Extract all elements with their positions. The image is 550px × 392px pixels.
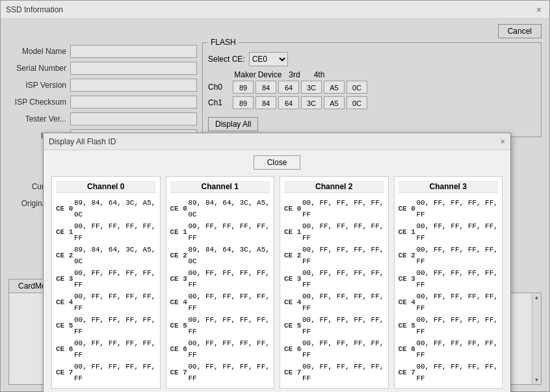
ce-label-2-1: CE 1 xyxy=(284,226,302,238)
ce-label-1-2: CE 2 xyxy=(170,250,189,261)
ce-row-1-7: CE 700, FF, FF, FF, FF, FF xyxy=(170,361,270,384)
ce-value-2-2: 00, FF, FF, FF, FF, FF xyxy=(302,244,384,267)
ce-row-0-2: CE 289, 84, 64, 3C, A5, 0C xyxy=(56,244,156,267)
ce-value-1-4: 00, FF, FF, FF, FF, FF xyxy=(189,291,270,314)
ce-label-1-6: CE 6 xyxy=(170,343,189,355)
ce-row-0-3: CE 300, FF, FF, FF, FF, FF xyxy=(56,267,156,291)
ce-label-2-7: CE 7 xyxy=(284,367,302,378)
ce-label-3-1: CE 1 xyxy=(399,226,417,238)
channel-col-2: Channel 2CE 000, FF, FF, FF, FF, FFCE 10… xyxy=(280,176,389,389)
ce-label-0-5: CE 5 xyxy=(56,320,74,332)
channel-col-1: Channel 1CE 089, 84, 64, 3C, A5, 0CCE 10… xyxy=(166,176,275,389)
ce-value-0-5: 00, FF, FF, FF, FF, FF xyxy=(74,314,156,337)
dialog-close-btn[interactable]: Close xyxy=(254,155,301,170)
ce-row-0-5: CE 500, FF, FF, FF, FF, FF xyxy=(56,314,156,337)
ce-value-3-1: 00, FF, FF, FF, FF, FF xyxy=(417,220,499,244)
ce-value-2-4: 00, FF, FF, FF, FF, FF xyxy=(302,291,384,314)
ce-value-0-1: 00, FF, FF, FF, FF, FF xyxy=(74,220,156,244)
ce-row-2-3: CE 300, FF, FF, FF, FF, FF xyxy=(284,267,384,291)
dialog-content: Close Channel 0CE 089, 84, 64, 3C, A5, 0… xyxy=(44,150,510,392)
ce-label-0-7: CE 7 xyxy=(56,367,74,378)
ce-value-1-6: 00, FF, FF, FF, FF, FF xyxy=(189,337,270,361)
ce-value-0-2: 89, 84, 64, 3C, A5, 0C xyxy=(74,244,156,267)
ce-value-2-5: 00, FF, FF, FF, FF, FF xyxy=(302,314,384,337)
ce-value-3-2: 00, FF, FF, FF, FF, FF xyxy=(417,244,499,267)
ce-value-0-3: 00, FF, FF, FF, FF, FF xyxy=(74,267,156,291)
ce-row-0-1: CE 100, FF, FF, FF, FF, FF xyxy=(56,220,156,244)
ce-row-3-5: CE 500, FF, FF, FF, FF, FF xyxy=(399,314,499,337)
ce-row-3-0: CE 000, FF, FF, FF, FF, FF xyxy=(399,197,499,220)
ce-row-3-3: CE 300, FF, FF, FF, FF, FF xyxy=(399,267,499,291)
ce-value-2-1: 00, FF, FF, FF, FF, FF xyxy=(302,220,384,244)
ce-value-0-0: 89, 84, 64, 3C, A5, 0C xyxy=(74,197,156,220)
ce-value-3-0: 00, FF, FF, FF, FF, FF xyxy=(417,197,499,220)
ce-row-0-7: CE 700, FF, FF, FF, FF, FF xyxy=(56,361,156,384)
ce-label-2-5: CE 5 xyxy=(284,320,302,332)
ce-value-2-7: 00, FF, FF, FF, FF, FF xyxy=(302,361,384,384)
ce-label-0-2: CE 2 xyxy=(56,250,74,261)
ce-label-3-4: CE 4 xyxy=(399,296,417,308)
ce-label-2-4: CE 4 xyxy=(284,296,302,308)
ce-label-0-6: CE 6 xyxy=(56,343,74,355)
ce-row-3-2: CE 200, FF, FF, FF, FF, FF xyxy=(399,244,499,267)
ce-value-3-5: 00, FF, FF, FF, FF, FF xyxy=(417,314,499,337)
ce-value-3-6: 00, FF, FF, FF, FF, FF xyxy=(417,337,499,361)
ce-row-1-2: CE 289, 84, 64, 3C, A5, 0C xyxy=(170,244,270,267)
ce-label-3-7: CE 7 xyxy=(399,367,417,378)
ce-value-1-1: 00, FF, FF, FF, FF, FF xyxy=(189,220,270,244)
ce-value-3-7: 00, FF, FF, FF, FF, FF xyxy=(417,361,499,384)
ce-label-1-4: CE 4 xyxy=(170,296,189,308)
ce-label-3-5: CE 5 xyxy=(399,320,417,332)
ce-label-3-2: CE 2 xyxy=(399,250,417,261)
ce-value-2-3: 00, FF, FF, FF, FF, FF xyxy=(302,267,384,291)
ce-row-3-4: CE 400, FF, FF, FF, FF, FF xyxy=(399,291,499,314)
dialog-title: Display All Flash ID xyxy=(49,137,116,146)
ce-row-1-6: CE 600, FF, FF, FF, FF, FF xyxy=(170,337,270,361)
ce-row-2-4: CE 400, FF, FF, FF, FF, FF xyxy=(284,291,384,314)
channel-header-3: Channel 3 xyxy=(399,181,499,193)
ce-row-3-7: CE 700, FF, FF, FF, FF, FF xyxy=(399,361,499,384)
ce-row-2-0: CE 000, FF, FF, FF, FF, FF xyxy=(284,197,384,220)
ce-label-2-3: CE 3 xyxy=(284,273,302,285)
ce-value-3-3: 00, FF, FF, FF, FF, FF xyxy=(417,267,499,291)
ce-value-1-3: 00, FF, FF, FF, FF, FF xyxy=(189,267,270,291)
dialog-close-button[interactable]: × xyxy=(500,137,505,146)
ce-value-1-0: 89, 84, 64, 3C, A5, 0C xyxy=(189,197,270,220)
window-title: SSD Information xyxy=(6,5,63,14)
channel-grid: Channel 0CE 089, 84, 64, 3C, A5, 0CCE 10… xyxy=(51,176,503,389)
ce-row-2-2: CE 200, FF, FF, FF, FF, FF xyxy=(284,244,384,267)
ce-row-3-1: CE 100, FF, FF, FF, FF, FF xyxy=(399,220,499,244)
ce-label-0-4: CE 4 xyxy=(56,296,74,308)
ce-label-1-7: CE 7 xyxy=(170,367,189,378)
channel-header-0: Channel 0 xyxy=(56,181,156,193)
channel-header-1: Channel 1 xyxy=(170,181,270,193)
title-bar: SSD Information × xyxy=(1,1,549,19)
ce-label-1-1: CE 1 xyxy=(170,226,189,238)
ce-row-1-5: CE 500, FF, FF, FF, FF, FF xyxy=(170,314,270,337)
ce-row-2-5: CE 500, FF, FF, FF, FF, FF xyxy=(284,314,384,337)
ce-row-2-1: CE 100, FF, FF, FF, FF, FF xyxy=(284,220,384,244)
ce-label-0-1: CE 1 xyxy=(56,226,74,238)
ce-label-2-2: CE 2 xyxy=(284,250,302,261)
channel-col-0: Channel 0CE 089, 84, 64, 3C, A5, 0CCE 10… xyxy=(51,176,161,389)
ce-label-2-6: CE 6 xyxy=(284,343,302,355)
ce-value-1-7: 00, FF, FF, FF, FF, FF xyxy=(189,361,270,384)
ce-label-1-5: CE 5 xyxy=(170,320,189,332)
ce-row-1-1: CE 100, FF, FF, FF, FF, FF xyxy=(170,220,270,244)
ce-value-1-5: 00, FF, FF, FF, FF, FF xyxy=(189,314,270,337)
channel-col-3: Channel 3CE 000, FF, FF, FF, FF, FFCE 10… xyxy=(394,176,503,389)
channel-header-2: Channel 2 xyxy=(284,181,384,193)
ce-value-2-6: 00, FF, FF, FF, FF, FF xyxy=(302,337,384,361)
ce-value-1-2: 89, 84, 64, 3C, A5, 0C xyxy=(189,244,270,267)
ce-row-2-7: CE 700, FF, FF, FF, FF, FF xyxy=(284,361,384,384)
ce-row-0-4: CE 400, FF, FF, FF, FF, FF xyxy=(56,291,156,314)
ce-row-1-0: CE 089, 84, 64, 3C, A5, 0C xyxy=(170,197,270,220)
ce-row-3-6: CE 600, FF, FF, FF, FF, FF xyxy=(399,337,499,361)
ce-value-0-4: 00, FF, FF, FF, FF, FF xyxy=(74,291,156,314)
ce-row-1-4: CE 400, FF, FF, FF, FF, FF xyxy=(170,291,270,314)
ce-value-0-6: 00, FF, FF, FF, FF, FF xyxy=(74,337,156,361)
ce-value-2-0: 00, FF, FF, FF, FF, FF xyxy=(302,197,384,220)
ce-label-3-6: CE 6 xyxy=(399,343,417,355)
ce-label-2-0: CE 0 xyxy=(284,203,302,215)
window-close-button[interactable]: × xyxy=(534,5,544,15)
